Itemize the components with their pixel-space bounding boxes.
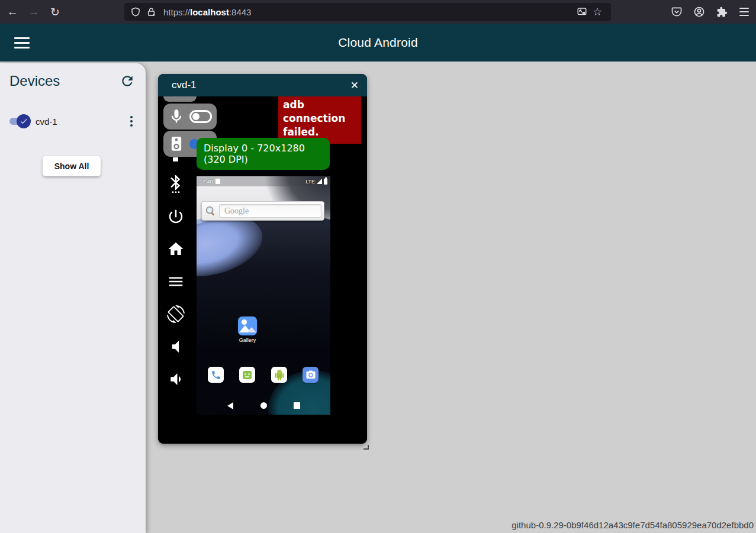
device-window-title: cvd-1: [172, 79, 350, 91]
rotate-screen-icon[interactable]: [167, 305, 185, 323]
android-recents-button[interactable]: [294, 402, 300, 409]
pocket-icon[interactable]: [670, 5, 684, 19]
google-search-widget[interactable]: Google: [201, 201, 324, 221]
gallery-app-label: Gallery: [238, 337, 257, 343]
sidebar-toggle-hamburger-icon[interactable]: [14, 35, 30, 50]
display-tooltip-line2: (320 DPI): [204, 154, 323, 165]
signal-icon: [317, 179, 322, 184]
android-home-button[interactable]: [260, 402, 267, 409]
show-all-button[interactable]: Show All: [43, 156, 101, 176]
url-text: https://localhost:8443: [163, 7, 251, 17]
speaker-icon: [168, 135, 185, 152]
account-icon[interactable]: [692, 5, 706, 19]
devices-sidebar: Devices cvd-1 Show All: [0, 63, 146, 533]
android-nav-bar: [197, 397, 330, 415]
gallery-icon: [238, 316, 257, 335]
menu-icon[interactable]: [167, 273, 185, 290]
battery-icon: [324, 179, 327, 185]
browser-reload-button[interactable]: ↻: [46, 3, 64, 21]
android-app-icon[interactable]: [271, 367, 287, 383]
search-label: Google: [224, 206, 249, 216]
lock-warning-icon[interactable]: [144, 5, 157, 18]
volume-mute-icon[interactable]: [167, 338, 185, 356]
messages-icon: [243, 371, 252, 379]
devices-panel-title: Devices: [9, 73, 60, 89]
refresh-devices-icon[interactable]: [120, 73, 135, 89]
device-options-kebab-icon[interactable]: [124, 114, 139, 128]
device-window-titlebar[interactable]: cvd-1 ✕: [158, 74, 367, 96]
volume-down-icon[interactable]: [167, 370, 185, 388]
device-window-body: adb connection failed. Display 0 - 720x1…: [158, 96, 367, 444]
status-notification-icon: [215, 179, 220, 184]
extensions-icon[interactable]: [715, 5, 729, 19]
gallery-app-icon[interactable]: Gallery: [238, 316, 257, 344]
control-box-fragment: [163, 96, 197, 102]
browser-toolbar: ← → ↻ https://localhost:8443 ☆: [0, 0, 756, 24]
microphone-icon: [168, 108, 185, 125]
device-list-item: cvd-1: [0, 109, 146, 133]
bluetooth-icon[interactable]: [167, 175, 185, 193]
bookmark-star-icon[interactable]: ☆: [591, 5, 604, 18]
phone-status-bar: 12:40 LTE: [197, 176, 330, 186]
url-scheme: https://: [163, 7, 190, 17]
close-device-window-icon[interactable]: ✕: [350, 79, 359, 92]
home-icon[interactable]: [167, 240, 185, 258]
check-icon: [17, 114, 31, 128]
screenshot-pip-icon[interactable]: [575, 5, 588, 18]
camera-app-icon[interactable]: [303, 367, 319, 383]
mic-toggle[interactable]: [189, 110, 212, 123]
device-window: cvd-1 ✕: [158, 74, 367, 444]
device-toggle[interactable]: [8, 117, 30, 126]
build-version-label: github-0.9.29-0b9f46d12a43c9fe7d54fa8059…: [511, 520, 754, 530]
tracking-shield-icon[interactable]: [129, 5, 142, 18]
adb-error-message: adb connection failed.: [278, 96, 361, 144]
magnifier-icon: [204, 205, 217, 218]
status-time: 12:40: [200, 179, 213, 185]
android-screen[interactable]: 12:40 LTE Google: [197, 176, 330, 415]
browser-menu-icon[interactable]: [737, 5, 751, 19]
power-icon[interactable]: [167, 208, 185, 225]
phone-app-icon[interactable]: [208, 367, 224, 383]
window-resize-handle[interactable]: [363, 445, 369, 450]
messages-app-icon[interactable]: [239, 367, 255, 383]
display-tooltip-line1: Display 0 - 720x1280: [204, 143, 323, 154]
android-back-button[interactable]: [227, 402, 233, 409]
browser-forward-button[interactable]: →: [25, 3, 43, 21]
control-fragment: [173, 157, 178, 161]
mic-control: [163, 104, 217, 130]
browser-back-button[interactable]: ←: [4, 3, 21, 21]
device-name-label[interactable]: cvd-1: [36, 117, 124, 127]
search-input[interactable]: Google: [219, 204, 321, 218]
address-bar[interactable]: https://localhost:8443 ☆: [124, 3, 611, 21]
display-info-tooltip: Display 0 - 720x1280 (320 DPI): [197, 138, 330, 170]
status-network-label: LTE: [305, 179, 315, 185]
app-header: Cloud Android: [0, 24, 756, 62]
page-title: Cloud Android: [0, 35, 756, 50]
url-host: localhost: [190, 7, 229, 17]
url-port: :8443: [229, 7, 252, 17]
